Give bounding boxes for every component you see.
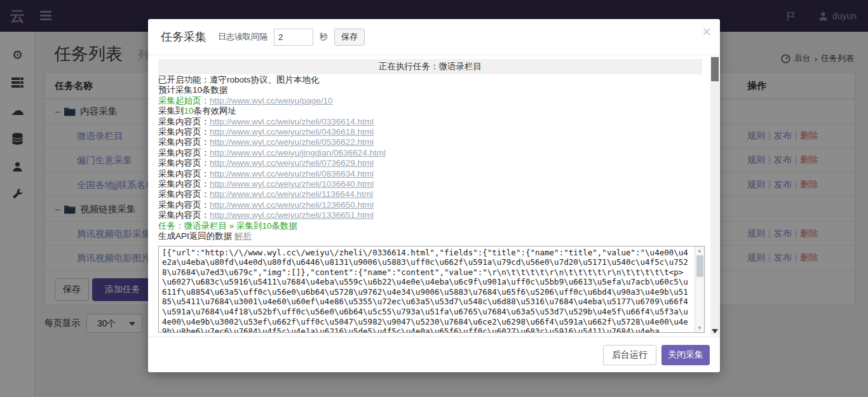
modal-header: 任务采集 日志读取间隔 秒 保存 — [148, 19, 720, 55]
interval-input[interactable] — [274, 29, 313, 46]
api-line: 生成API返回的数据 解析 — [158, 231, 702, 241]
log-line: 采集内容页：http://www.wyl.cc/weiyu/zheli/1336… — [158, 210, 702, 220]
textarea-scrollbar[interactable]: ▲ ▼ — [695, 246, 704, 332]
scrollbar-thumb[interactable] — [711, 57, 719, 81]
modal-body: 正在执行任务：微语录栏目 已开启功能：遵守robots协议、图片本地化 预计采集… — [148, 56, 710, 336]
modal-title: 任务采集 — [161, 29, 207, 44]
log-line: 采集内容页：http://www.wyl.cc/weiyu/zheli/0436… — [158, 127, 702, 137]
interval-unit: 秒 — [320, 31, 328, 43]
log-url-link[interactable]: http://www.wyl.cc/weiyu/zheli/1036640.ht… — [210, 179, 374, 189]
log-line: 采集内容页：http://www.wyl.cc/weiyu/zheli/1236… — [158, 200, 702, 210]
log-line: 采集内容页：http://www.wyl.cc/weiyu/zheli/1136… — [158, 189, 702, 199]
scrollbar-thumb[interactable] — [696, 255, 703, 277]
modal-scrollbar[interactable] — [710, 56, 719, 335]
interval-save-button[interactable]: 保存 — [334, 29, 365, 46]
task-collect-modal: 任务采集 日志读取间隔 秒 保存 × 正在执行任务：微语录栏目 已开启功能：遵守… — [148, 19, 720, 372]
log-line: 采集内容页：http://www.wyl.cc/weiyu/zheli/0336… — [158, 117, 702, 127]
scroll-down-icon[interactable]: ▼ — [697, 325, 702, 331]
log-url-link[interactable]: http://www.wyl.cc/weiyu/page/10 — [210, 96, 333, 105]
log-url-link[interactable]: http://www.wyl.cc/weiyu/zheli/1236650.ht… — [210, 200, 374, 210]
log-url-link[interactable]: http://www.wyl.cc/weiyu/jingdian/0636624… — [210, 148, 386, 158]
log-url-link[interactable]: http://www.wyl.cc/weiyu/zheli/1336651.ht… — [210, 210, 374, 220]
scroll-up-icon[interactable]: ▲ — [697, 248, 702, 253]
log-line: 采集内容页：http://www.wyl.cc/weiyu/zheli/0536… — [158, 137, 702, 147]
api-result-textarea[interactable]: [{"url":"http:\/\/www.wyl.cc\/weiyu\/zhe… — [158, 246, 705, 333]
scroll-down-icon[interactable] — [712, 329, 718, 333]
interval-label: 日志读取间隔 — [218, 31, 268, 43]
collect-log: 已开启功能：遵守robots协议、图片本地化 预计采集10条数据 采集起始页：h… — [158, 75, 702, 242]
modal-footer: 后台运行 关闭采集 — [148, 337, 720, 372]
log-url-link[interactable]: http://www.wyl.cc/weiyu/zheli/0336614.ht… — [210, 117, 374, 126]
close-icon[interactable]: × — [702, 24, 711, 39]
running-task-status: 正在执行任务：微语录栏目 — [158, 59, 702, 74]
log-line: 采集内容页：http://www.wyl.cc/weiyu/jingdian/0… — [158, 148, 702, 158]
close-collect-button[interactable]: 关闭采集 — [661, 345, 710, 365]
log-line: 预计采集10条数据 — [158, 85, 702, 95]
log-line: 采集到10条有效网址 — [158, 106, 702, 116]
parse-link[interactable]: 解析 — [234, 231, 252, 241]
log-url-link[interactable]: http://www.wyl.cc/weiyu/zheli/1136644.ht… — [210, 189, 373, 199]
log-url-link[interactable]: http://www.wyl.cc/weiyu/zheli/0736629.ht… — [210, 158, 374, 168]
log-line: 采集内容页：http://www.wyl.cc/weiyu/zheli/0736… — [158, 158, 702, 168]
api-result-text: [{"url":"http:\/\/www.wyl.cc\/weiyu\/zhe… — [159, 247, 694, 332]
log-url-link[interactable]: http://www.wyl.cc/weiyu/zheli/0436618.ht… — [210, 127, 374, 137]
log-line: 采集起始页：http://www.wyl.cc/weiyu/page/10 — [158, 96, 702, 106]
task-summary-line: 任务：微语录栏目 » 采集到10条数据 — [158, 221, 702, 231]
run-background-button[interactable]: 后台运行 — [603, 345, 656, 365]
log-url-link[interactable]: http://www.wyl.cc/weiyu/zheli/0536622.ht… — [210, 137, 374, 147]
log-url-link[interactable]: http://www.wyl.cc/weiyu/zheli/0836634.ht… — [210, 169, 374, 178]
log-line: 已开启功能：遵守robots协议、图片本地化 — [158, 75, 702, 85]
log-line: 采集内容页：http://www.wyl.cc/weiyu/zheli/1036… — [158, 179, 702, 189]
log-line: 采集内容页：http://www.wyl.cc/weiyu/zheli/0836… — [158, 169, 702, 179]
